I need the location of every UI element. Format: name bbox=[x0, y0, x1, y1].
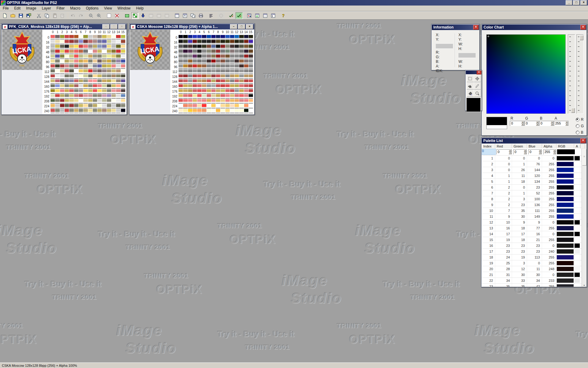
palette-cell[interactable] bbox=[107, 64, 111, 69]
palette-cell[interactable] bbox=[51, 45, 55, 49]
palette-cell[interactable] bbox=[207, 109, 211, 113]
spin-up-icon[interactable]: ▲ bbox=[536, 121, 539, 124]
palette-cell[interactable] bbox=[97, 104, 102, 109]
palette-cell[interactable] bbox=[239, 40, 243, 44]
palette-cell[interactable] bbox=[221, 84, 225, 89]
palette-cell[interactable] bbox=[221, 104, 225, 109]
column-header-rgb[interactable]: RGB bbox=[556, 144, 574, 149]
menu-filter[interactable]: Filter bbox=[54, 6, 67, 11]
palette-cell[interactable] bbox=[225, 59, 230, 64]
palette-cell[interactable] bbox=[249, 79, 253, 84]
palette-cell[interactable] bbox=[188, 89, 192, 94]
palette-cell[interactable] bbox=[221, 99, 225, 104]
palette-cell[interactable] bbox=[211, 79, 216, 84]
radio-g[interactable]: G bbox=[576, 123, 584, 129]
palette-cell[interactable] bbox=[69, 89, 74, 94]
palette-cell[interactable] bbox=[235, 50, 239, 54]
palette-cell[interactable] bbox=[216, 35, 220, 40]
palette-cell[interactable] bbox=[235, 59, 239, 64]
palette-cell[interactable] bbox=[211, 109, 216, 113]
palette-cell[interactable] bbox=[230, 55, 234, 59]
palette-cell[interactable] bbox=[102, 45, 106, 49]
radio-r[interactable]: R bbox=[576, 116, 584, 123]
palette-cell[interactable] bbox=[69, 45, 74, 49]
palette-cell[interactable] bbox=[230, 94, 234, 99]
palette-cell[interactable] bbox=[179, 104, 183, 109]
palette-list-selected-row[interactable]: 00▲▼0▲▼0▲▼255▲▼ bbox=[482, 148, 582, 155]
palette-cell[interactable] bbox=[79, 45, 83, 49]
palette-cell[interactable] bbox=[207, 59, 211, 64]
palette-cell[interactable] bbox=[111, 84, 116, 89]
menu-layer[interactable]: Layer bbox=[39, 6, 54, 11]
selected-alpha-input[interactable]: 255▲▼ bbox=[543, 149, 556, 155]
palette-cell[interactable] bbox=[244, 64, 248, 69]
palette-cell[interactable] bbox=[69, 55, 74, 59]
palette-cell[interactable] bbox=[216, 59, 220, 64]
palette-cell[interactable] bbox=[79, 99, 83, 104]
palette-cell[interactable] bbox=[193, 99, 197, 104]
palette-cell[interactable] bbox=[55, 84, 59, 89]
palette-cell[interactable] bbox=[116, 94, 120, 99]
palette-cell[interactable] bbox=[69, 104, 74, 109]
channel-b-input[interactable]: 0▲▼ bbox=[539, 121, 554, 126]
palette-cell[interactable] bbox=[79, 69, 83, 74]
palette-cell[interactable] bbox=[60, 55, 64, 59]
palette-cell[interactable] bbox=[179, 40, 183, 44]
palette-cell[interactable] bbox=[230, 104, 234, 109]
palette-cell[interactable] bbox=[211, 75, 216, 79]
palette-cell[interactable] bbox=[183, 94, 187, 99]
palette-cell[interactable] bbox=[239, 84, 243, 89]
palette-cell[interactable] bbox=[235, 35, 239, 40]
palette-cell[interactable] bbox=[51, 75, 55, 79]
marquee-tool[interactable] bbox=[467, 75, 474, 82]
palette-cell[interactable] bbox=[216, 64, 220, 69]
palette-cell[interactable] bbox=[74, 45, 78, 49]
color-slider-1[interactable] bbox=[568, 34, 575, 114]
palette-cell[interactable] bbox=[97, 75, 102, 79]
palette-cell[interactable] bbox=[107, 75, 111, 79]
palette-cell[interactable] bbox=[202, 69, 206, 74]
palette-cell[interactable] bbox=[97, 89, 102, 94]
palette-cell[interactable] bbox=[230, 45, 234, 49]
palette-cell[interactable] bbox=[107, 50, 111, 54]
palette-cell[interactable] bbox=[225, 35, 230, 40]
pen-tool[interactable] bbox=[474, 82, 481, 90]
palette-cell[interactable] bbox=[116, 69, 120, 74]
move-tool[interactable] bbox=[474, 75, 481, 82]
spin-down-icon[interactable]: ▼ bbox=[565, 124, 568, 126]
palette-cell[interactable] bbox=[88, 75, 92, 79]
palette-cell[interactable] bbox=[239, 89, 243, 94]
copy-button[interactable] bbox=[43, 12, 51, 19]
palette-cell[interactable] bbox=[102, 99, 106, 104]
palette-cell[interactable] bbox=[235, 55, 239, 59]
palette-cell[interactable] bbox=[69, 94, 74, 99]
palette-cell[interactable] bbox=[211, 89, 216, 94]
palette-cell[interactable] bbox=[225, 79, 230, 84]
palette-cell[interactable] bbox=[60, 69, 64, 74]
slider-thumb[interactable] bbox=[580, 35, 583, 40]
palette-cell[interactable] bbox=[74, 84, 78, 89]
palette-cell[interactable] bbox=[65, 104, 69, 109]
palette-cell[interactable] bbox=[239, 79, 243, 84]
palette-cell[interactable] bbox=[60, 109, 64, 113]
minimize-button[interactable]: – bbox=[102, 24, 110, 29]
palette-cell[interactable] bbox=[51, 79, 55, 84]
palette-cell[interactable] bbox=[74, 40, 78, 44]
palette-cell[interactable] bbox=[102, 55, 106, 59]
palette-cell[interactable] bbox=[74, 99, 78, 104]
palette-cell[interactable] bbox=[88, 45, 92, 49]
palette-cell[interactable] bbox=[93, 79, 97, 84]
palette-cell[interactable] bbox=[116, 50, 120, 54]
doc1-image-pane[interactable]: ЦСКА ПФК bbox=[2, 30, 42, 114]
palette-cell[interactable] bbox=[221, 89, 225, 94]
palette-cell[interactable] bbox=[202, 89, 206, 94]
palette-cell[interactable] bbox=[179, 75, 183, 79]
palette-cell[interactable] bbox=[51, 64, 55, 69]
palette-cell[interactable] bbox=[202, 35, 206, 40]
palette-cell[interactable] bbox=[249, 69, 253, 74]
palette-cell[interactable] bbox=[216, 69, 220, 74]
palette-cell[interactable] bbox=[93, 94, 97, 99]
palette-cell[interactable] bbox=[249, 94, 253, 99]
doc2-titlebar[interactable]: α CSKA Moscow 128x128 8bpp (256) + Alpha… bbox=[130, 24, 254, 29]
palette-cell[interactable] bbox=[230, 59, 234, 64]
